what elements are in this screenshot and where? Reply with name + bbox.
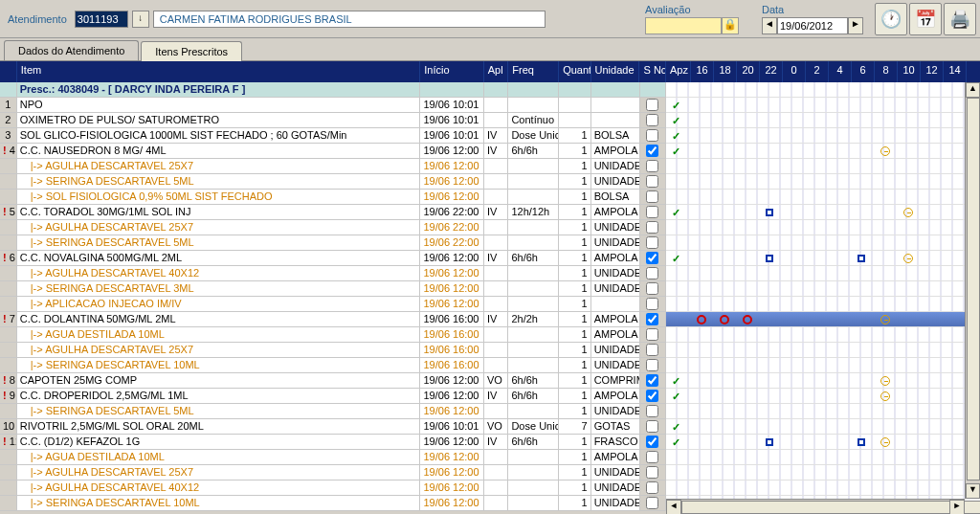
table-row[interactable]: |-> AGUA DESTILADA 10ML19/06 12:001AMPOL… — [0, 450, 666, 465]
col-hour-4[interactable]: 4 — [829, 61, 852, 82]
row-checkbox[interactable] — [646, 481, 658, 494]
table-row[interactable]: |-> AGULHA DESCARTAVEL 25X719/06 12:001U… — [0, 465, 666, 480]
table-row[interactable]: 1NPO19/06 10:01 — [0, 98, 666, 113]
row-checkbox[interactable] — [646, 221, 658, 234]
clock-icon[interactable]: 🕐 — [875, 3, 907, 35]
table-row[interactable]: ! 6C.C. NOVALGINA 500MG/ML 2ML19/06 12:0… — [0, 251, 666, 266]
col-hour-10[interactable]: 10 — [898, 61, 921, 82]
table-row[interactable]: 2OXIMETRO DE PULSO/ SATUROMETRO19/06 10:… — [0, 113, 666, 128]
row-checkbox[interactable] — [646, 344, 658, 356]
row-checkbox[interactable] — [646, 190, 658, 203]
lock-icon[interactable]: 🔒 — [722, 17, 739, 34]
col-hour-20[interactable]: 20 — [737, 61, 760, 82]
row-checkbox[interactable] — [646, 160, 658, 172]
print-icon[interactable]: 🖨️ — [944, 3, 976, 35]
table-row[interactable]: |-> AGUA DESTILADA 10ML19/06 16:001AMPOL… — [0, 327, 666, 343]
clock-marker-icon[interactable] — [880, 146, 890, 156]
col-hour-18[interactable]: 18 — [714, 61, 737, 82]
row-checkbox[interactable] — [646, 390, 658, 402]
col-hour-6[interactable]: 6 — [852, 61, 875, 82]
col-hour-16[interactable]: 16 — [691, 61, 714, 82]
row-checkbox[interactable] — [646, 267, 658, 279]
row-checkbox[interactable] — [646, 114, 658, 126]
table-row[interactable]: ! 8CAPOTEN 25MG COMP19/06 12:00VO6h/6h1C… — [0, 373, 666, 389]
row-checkbox[interactable] — [646, 359, 658, 371]
scheduled-square-icon[interactable] — [766, 209, 773, 216]
table-row[interactable]: |-> APLICACAO INJECAO IM/IV19/06 12:001 — [0, 297, 666, 312]
clock-marker-icon[interactable] — [880, 391, 890, 401]
col-apl[interactable]: Apl — [484, 61, 509, 82]
horizontal-scrollbar[interactable]: ◄ ► — [666, 499, 965, 514]
tick-icon[interactable]: ✓ — [672, 436, 683, 448]
table-row[interactable]: |-> AGULHA DESCARTAVEL 25X719/06 16:001U… — [0, 343, 666, 358]
scroll-down-button[interactable]: ▼ — [966, 483, 980, 499]
row-checkbox[interactable] — [646, 206, 658, 218]
date-next-button[interactable]: ► — [848, 17, 863, 34]
row-checkbox[interactable] — [646, 145, 658, 157]
row-checkbox[interactable] — [646, 466, 658, 479]
col-apz[interactable]: Apz — [666, 61, 691, 82]
col-freq[interactable]: Freq — [508, 61, 559, 82]
scheduled-square-icon[interactable] — [858, 438, 865, 446]
calendar-icon[interactable]: 📅 — [909, 3, 942, 35]
row-checkbox[interactable] — [646, 451, 658, 463]
tick-icon[interactable]: ✓ — [672, 253, 683, 264]
scheduled-square-icon[interactable] — [858, 255, 865, 262]
col-hour-8[interactable]: 8 — [875, 61, 898, 82]
table-row[interactable]: |-> SERINGA DESCARTAVEL 5ML19/06 12:001U… — [0, 404, 666, 419]
date-prev-button[interactable]: ◄ — [762, 17, 777, 34]
tick-icon[interactable]: ✓ — [672, 207, 683, 218]
tab-dados[interactable]: Dados do Atendimento — [4, 40, 139, 60]
row-checkbox[interactable] — [646, 420, 658, 433]
table-row[interactable]: |-> SERINGA DESCARTAVEL 3ML19/06 12:001U… — [0, 281, 666, 297]
clock-marker-icon[interactable] — [880, 315, 890, 324]
alert-dot-icon[interactable] — [697, 315, 706, 324]
avaliacao-field[interactable] — [645, 17, 722, 34]
scroll-up-button[interactable]: ▲ — [966, 82, 980, 98]
scroll-left-button[interactable]: ◄ — [666, 500, 681, 514]
table-row[interactable]: ! 5C.C. TORADOL 30MG/1ML SOL INJ19/06 22… — [0, 205, 666, 220]
col-sncs[interactable]: S Ncs — [639, 61, 666, 82]
col-hour-14[interactable]: 14 — [944, 61, 967, 82]
prescription-header-row[interactable]: Presc.: 4038049 - [ DARCY INDA PEREIRA F… — [0, 82, 666, 98]
table-row[interactable]: |-> AGULHA DESCARTAVEL 40X1219/06 12:001… — [0, 480, 666, 496]
alert-dot-icon[interactable] — [720, 315, 729, 324]
table-row[interactable]: |-> SOL FISIOLOGICA 0,9% 50ML SIST FECHA… — [0, 190, 666, 205]
col-inicio[interactable]: Início — [420, 61, 484, 82]
col-hour-22[interactable]: 22 — [760, 61, 783, 82]
table-row[interactable]: ! 4C.C. NAUSEDRON 8 MG/ 4ML19/06 12:00IV… — [0, 144, 666, 159]
scheduled-square-icon[interactable] — [766, 255, 773, 262]
col-hour-2[interactable]: 2 — [806, 61, 829, 82]
scroll-thumb[interactable] — [967, 98, 980, 480]
atendimento-lookup-button[interactable]: ↓ — [132, 11, 149, 28]
row-checkbox[interactable] — [646, 497, 658, 509]
clock-marker-icon[interactable] — [880, 437, 890, 447]
table-row[interactable]: |-> AGULHA DESCARTAVEL 25X719/06 12:001U… — [0, 159, 666, 174]
tab-itens[interactable]: Itens Prescritos — [141, 41, 242, 61]
table-row[interactable]: |-> SERINGA DESCARTAVEL 10ML19/06 16:001… — [0, 358, 666, 373]
row-checkbox[interactable] — [646, 99, 658, 111]
vertical-scrollbar[interactable]: ▲ ▼ — [965, 82, 980, 499]
clock-marker-icon[interactable] — [880, 376, 890, 386]
row-checkbox[interactable] — [646, 282, 658, 295]
row-checkbox[interactable] — [646, 175, 658, 188]
col-hour-12[interactable]: 12 — [921, 61, 944, 82]
table-row[interactable]: ! 11C.C. (D1/2) KEFAZOL 1G19/06 12:00IV6… — [0, 435, 666, 450]
date-input[interactable] — [777, 17, 848, 34]
table-row[interactable]: |-> AGULHA DESCARTAVEL 25X719/06 22:001U… — [0, 220, 666, 235]
tick-icon[interactable]: ✓ — [672, 391, 683, 402]
col-unidade[interactable]: Unidade — [591, 61, 640, 82]
scroll-right-button[interactable]: ► — [949, 500, 965, 514]
col-hour-0[interactable]: 0 — [783, 61, 806, 82]
row-checkbox[interactable] — [646, 328, 658, 341]
row-checkbox[interactable] — [646, 236, 658, 249]
row-checkbox[interactable] — [646, 252, 658, 264]
row-checkbox[interactable] — [646, 374, 658, 387]
clock-marker-icon[interactable] — [903, 208, 913, 217]
hscroll-thumb[interactable] — [681, 501, 980, 514]
tick-icon[interactable]: ✓ — [672, 130, 683, 142]
table-row[interactable]: 10RIVOTRIL 2,5MG/ML SOL ORAL 20ML19/06 1… — [0, 419, 666, 435]
table-row[interactable]: ! 7C.C. DOLANTINA 50MG/ML 2ML19/06 16:00… — [0, 312, 666, 327]
row-checkbox[interactable] — [646, 298, 658, 310]
col-item[interactable]: Item — [17, 61, 420, 82]
